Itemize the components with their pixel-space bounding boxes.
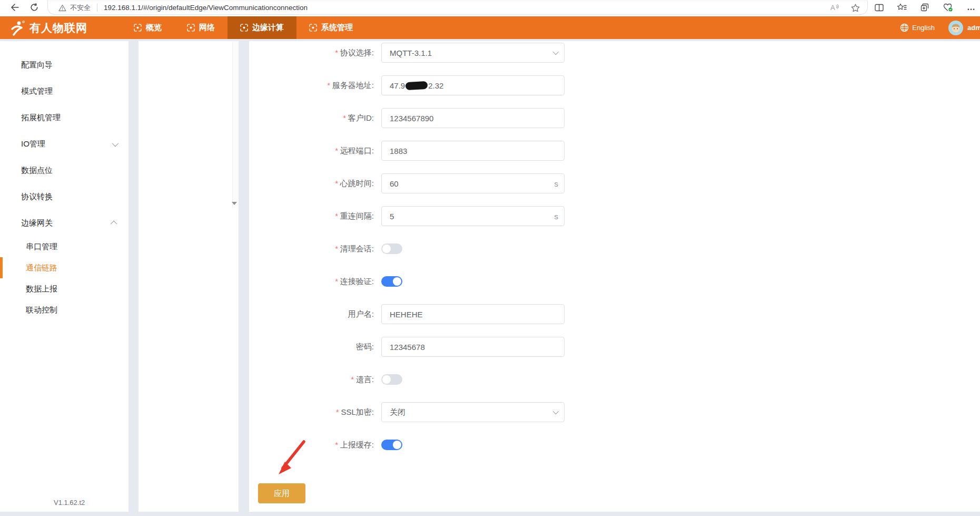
unit-suffix: s [555, 179, 559, 188]
sidebar-item-io-management[interactable]: IO管理 [0, 131, 128, 157]
field-label-text: 遗言: [356, 375, 374, 384]
language-switch[interactable]: English [900, 23, 935, 32]
required-asterisk: * [335, 147, 338, 155]
required-asterisk: * [351, 375, 353, 384]
tab-overview[interactable]: 概览 [121, 16, 174, 39]
chevron-up-icon [111, 220, 117, 227]
remote-port-input[interactable]: 1883 [381, 141, 565, 161]
protocol-select-dropdown[interactable]: MQTT-3.1.1 [381, 43, 565, 63]
form-row-last-will: *遗言: [249, 369, 980, 390]
sidebar-item-config-wizard[interactable]: 配置向导 [0, 52, 128, 78]
last-will-toggle[interactable] [381, 374, 402, 385]
required-asterisk: * [336, 408, 339, 416]
form-row-remote-port: *远程端口:1883 [249, 141, 980, 161]
url-text[interactable]: 192.168.1.1/#/origin/defaultEdge/ViewCom… [104, 4, 830, 12]
client-id-input[interactable]: 1234567890 [381, 108, 565, 128]
tab-edge-computing[interactable]: 边缘计算 [227, 16, 296, 39]
tab-network[interactable]: 网络 [174, 16, 227, 39]
apply-button[interactable]: 应用 [258, 483, 305, 503]
usr-logo-icon: R [9, 20, 25, 36]
sidebar-item-label: 数据上报 [26, 284, 57, 294]
clean-session-toggle[interactable] [381, 244, 402, 254]
server-address-input[interactable]: 47.92.32 [381, 75, 565, 95]
scan-frame-icon [240, 24, 248, 32]
browser-reload-icon[interactable] [25, 0, 43, 15]
sidebar-item-linkage-control[interactable]: 联动控制 [0, 299, 128, 320]
sidebar-item-data-points[interactable]: 数据点位 [0, 157, 128, 183]
content-panel: *协议选择:MQTT-3.1.1*服务器地址:47.92.32*客户ID:123… [249, 41, 980, 512]
reconnect-interval-input[interactable]: 5s [381, 206, 565, 226]
sidebar-item-label: 配置向导 [21, 60, 53, 70]
field-label: *远程端口: [249, 146, 374, 156]
username-input[interactable]: HEHEHE [381, 304, 565, 324]
sidebar-item-label: 联动控制 [26, 305, 57, 315]
form-row-heartbeat-time: *心跳时间:60s [249, 173, 980, 193]
input-value: 60 [390, 179, 399, 188]
language-label: English [912, 24, 935, 32]
field-label-text: 协议选择: [340, 48, 374, 57]
input-value: HEHEHE [390, 310, 423, 319]
site-security[interactable]: 不安全 [58, 3, 91, 13]
tab-system-management[interactable]: 系统管理 [296, 16, 365, 39]
sidebar-item-serial-port-management[interactable]: 串口管理 [0, 236, 128, 257]
field-label-text: 连接验证: [340, 277, 374, 286]
connection-verify-toggle[interactable] [381, 276, 402, 287]
sidebar-item-label: 串口管理 [26, 242, 57, 252]
sidebar-item-label: 通信链路 [26, 263, 57, 273]
address-bar[interactable]: 不安全 192.168.1.1/#/origin/defaultEdge/Vie… [47, 1, 868, 15]
collections-icon[interactable] [920, 3, 929, 12]
avatar [948, 21, 963, 35]
firmware-version: V1.1.62.t2 [54, 499, 85, 507]
field-label: *客户ID: [249, 113, 374, 123]
sidebar: 配置向导模式管理拓展机管理IO管理数据点位协议转换边缘网关串口管理通信链路数据上… [0, 41, 128, 512]
scrollbar-track[interactable] [232, 41, 238, 208]
svg-text:A: A [830, 4, 835, 12]
form-row-connection-verify: *连接验证: [249, 271, 980, 291]
field-label: *上报缓存: [249, 440, 374, 450]
ssl-encryption-dropdown[interactable]: 关闭 [381, 402, 565, 422]
toggle-knob [393, 277, 401, 286]
field-label: 用户名: [249, 309, 374, 319]
required-asterisk: * [343, 114, 345, 122]
sidebar-item-expansion-unit-management[interactable]: 拓展机管理 [0, 104, 128, 131]
sidebar-item-communication-link[interactable]: 通信链路 [0, 257, 128, 278]
required-asterisk: * [335, 441, 338, 449]
field-label-text: 密码: [356, 342, 374, 351]
sidebar-item-edge-gateway[interactable]: 边缘网关 [0, 210, 128, 236]
username: admin [967, 24, 980, 32]
favorites-bar-icon[interactable] [897, 3, 907, 12]
redaction-scribble [405, 81, 428, 90]
selected-value: MQTT-3.1.1 [390, 48, 432, 57]
field-label-text: 心跳时间: [340, 179, 374, 188]
report-cache-toggle[interactable] [381, 440, 402, 450]
sidebar-item-data-report[interactable]: 数据上报 [0, 278, 128, 299]
browser-back-icon[interactable] [5, 0, 23, 15]
form-row-protocol-select: *协议选择:MQTT-3.1.1 [249, 43, 980, 63]
input-value: 12345678 [390, 343, 425, 352]
browser-essentials-icon[interactable] [943, 3, 953, 12]
toggle-knob [393, 441, 401, 449]
field-label: *服务器地址: [249, 81, 374, 91]
password-input[interactable]: 12345678 [381, 337, 565, 357]
scrollbar-down-arrow-icon[interactable] [232, 202, 237, 205]
favorite-star-icon[interactable] [851, 4, 860, 12]
user-menu[interactable]: admin [948, 21, 980, 35]
sidebar-item-protocol-conversion[interactable]: 协议转换 [0, 183, 128, 210]
required-asterisk: * [335, 212, 338, 220]
security-label: 不安全 [70, 3, 91, 13]
sidebar-item-mode-management[interactable]: 模式管理 [0, 78, 128, 104]
selected-value: 关闭 [390, 407, 405, 417]
heartbeat-time-input[interactable]: 60s [381, 173, 565, 193]
field-label-text: 重连间隔: [340, 211, 374, 220]
form-row-clean-session: *清理会话: [249, 239, 980, 259]
field-label: *清理会话: [249, 244, 374, 254]
app-header: R 有人物联网 概览网络边缘计算系统管理 English admin [0, 16, 980, 39]
tab-label: 网络 [199, 23, 215, 33]
scan-frame-icon [309, 24, 317, 32]
split-screen-icon[interactable] [875, 4, 884, 12]
form-row-ssl-encryption: *SSL加密:关闭 [249, 402, 980, 422]
read-aloud-icon[interactable]: A [830, 4, 839, 12]
more-menu-icon[interactable]: … [967, 3, 976, 12]
required-asterisk: * [335, 48, 338, 57]
active-item-indicator [0, 257, 3, 278]
